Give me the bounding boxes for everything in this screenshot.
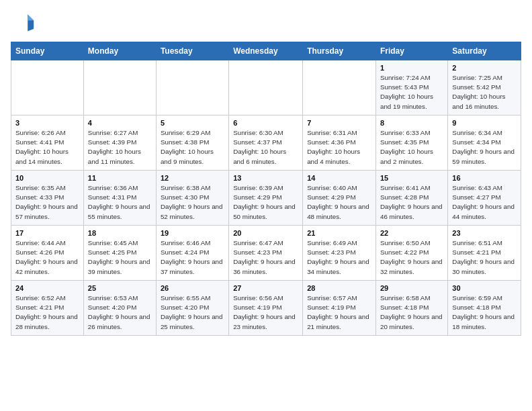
day-info: Sunrise: 6:45 AM Sunset: 4:25 PM Dayligh… bbox=[88, 238, 152, 277]
day-cell: 24Sunrise: 6:52 AM Sunset: 4:21 PM Dayli… bbox=[11, 281, 84, 336]
day-cell: 10Sunrise: 6:35 AM Sunset: 4:33 PM Dayli… bbox=[11, 171, 84, 226]
day-info: Sunrise: 6:40 AM Sunset: 4:29 PM Dayligh… bbox=[307, 183, 371, 222]
logo bbox=[11, 11, 38, 35]
day-info: Sunrise: 6:38 AM Sunset: 4:30 PM Dayligh… bbox=[161, 183, 224, 222]
day-info: Sunrise: 6:56 AM Sunset: 4:19 PM Dayligh… bbox=[233, 293, 298, 332]
day-cell bbox=[303, 60, 376, 116]
day-number: 25 bbox=[88, 284, 152, 292]
day-cell: 14Sunrise: 6:40 AM Sunset: 4:29 PM Dayli… bbox=[303, 171, 376, 226]
day-number: 9 bbox=[452, 119, 517, 127]
day-cell: 23Sunrise: 6:51 AM Sunset: 4:21 PM Dayli… bbox=[448, 226, 521, 281]
day-cell: 11Sunrise: 6:36 AM Sunset: 4:31 PM Dayli… bbox=[83, 171, 156, 226]
day-number: 10 bbox=[15, 174, 79, 182]
day-number: 3 bbox=[15, 119, 79, 127]
day-cell: 30Sunrise: 6:59 AM Sunset: 4:18 PM Dayli… bbox=[448, 281, 521, 336]
day-info: Sunrise: 6:55 AM Sunset: 4:20 PM Dayligh… bbox=[161, 293, 224, 332]
day-cell: 7Sunrise: 6:31 AM Sunset: 4:36 PM Daylig… bbox=[303, 116, 376, 171]
day-number: 21 bbox=[307, 229, 371, 237]
day-info: Sunrise: 6:47 AM Sunset: 4:23 PM Dayligh… bbox=[233, 238, 298, 277]
day-number: 12 bbox=[161, 174, 224, 182]
day-cell bbox=[11, 60, 84, 116]
week-row-1: 3Sunrise: 6:26 AM Sunset: 4:41 PM Daylig… bbox=[11, 116, 521, 171]
day-cell: 18Sunrise: 6:45 AM Sunset: 4:25 PM Dayli… bbox=[83, 226, 156, 281]
day-number: 30 bbox=[452, 284, 517, 292]
day-cell: 28Sunrise: 6:57 AM Sunset: 4:19 PM Dayli… bbox=[303, 281, 376, 336]
week-row-4: 24Sunrise: 6:52 AM Sunset: 4:21 PM Dayli… bbox=[11, 281, 521, 336]
day-cell bbox=[229, 60, 303, 116]
day-number: 11 bbox=[88, 174, 152, 182]
day-number: 5 bbox=[161, 119, 224, 127]
day-number: 27 bbox=[233, 284, 298, 292]
day-cell: 2Sunrise: 7:25 AM Sunset: 5:42 PM Daylig… bbox=[448, 60, 521, 116]
day-info: Sunrise: 6:33 AM Sunset: 4:35 PM Dayligh… bbox=[380, 128, 443, 167]
day-cell: 27Sunrise: 6:56 AM Sunset: 4:19 PM Dayli… bbox=[229, 281, 303, 336]
day-cell: 20Sunrise: 6:47 AM Sunset: 4:23 PM Dayli… bbox=[229, 226, 303, 281]
day-info: Sunrise: 6:44 AM Sunset: 4:26 PM Dayligh… bbox=[15, 238, 79, 277]
day-number: 22 bbox=[380, 229, 443, 237]
day-number: 14 bbox=[307, 174, 371, 182]
col-header-thursday: Thursday bbox=[303, 42, 376, 60]
day-number: 28 bbox=[307, 284, 371, 292]
day-info: Sunrise: 6:53 AM Sunset: 4:20 PM Dayligh… bbox=[88, 293, 152, 332]
day-cell: 15Sunrise: 6:41 AM Sunset: 4:28 PM Dayli… bbox=[375, 171, 447, 226]
day-cell: 9Sunrise: 6:34 AM Sunset: 4:34 PM Daylig… bbox=[448, 116, 521, 171]
day-number: 13 bbox=[233, 174, 298, 182]
day-cell: 5Sunrise: 6:29 AM Sunset: 4:38 PM Daylig… bbox=[156, 116, 228, 171]
day-number: 1 bbox=[380, 64, 443, 72]
day-cell bbox=[156, 60, 228, 116]
day-info: Sunrise: 6:34 AM Sunset: 4:34 PM Dayligh… bbox=[452, 128, 517, 167]
calendar-table: SundayMondayTuesdayWednesdayThursdayFrid… bbox=[11, 42, 521, 336]
day-info: Sunrise: 6:41 AM Sunset: 4:28 PM Dayligh… bbox=[380, 183, 443, 222]
day-info: Sunrise: 6:30 AM Sunset: 4:37 PM Dayligh… bbox=[233, 128, 298, 167]
day-number: 26 bbox=[161, 284, 224, 292]
day-number: 7 bbox=[307, 119, 371, 127]
col-header-tuesday: Tuesday bbox=[156, 42, 228, 60]
day-cell: 17Sunrise: 6:44 AM Sunset: 4:26 PM Dayli… bbox=[11, 226, 84, 281]
day-info: Sunrise: 6:36 AM Sunset: 4:31 PM Dayligh… bbox=[88, 183, 152, 222]
header bbox=[11, 11, 521, 35]
day-info: Sunrise: 7:25 AM Sunset: 5:42 PM Dayligh… bbox=[452, 73, 517, 111]
col-header-monday: Monday bbox=[83, 42, 156, 60]
day-number: 18 bbox=[88, 229, 152, 237]
day-number: 8 bbox=[380, 119, 443, 127]
day-info: Sunrise: 6:52 AM Sunset: 4:21 PM Dayligh… bbox=[15, 293, 79, 332]
day-info: Sunrise: 6:26 AM Sunset: 4:41 PM Dayligh… bbox=[15, 128, 79, 167]
day-cell: 21Sunrise: 6:49 AM Sunset: 4:23 PM Dayli… bbox=[303, 226, 376, 281]
day-info: Sunrise: 6:59 AM Sunset: 4:18 PM Dayligh… bbox=[452, 293, 517, 332]
day-cell: 29Sunrise: 6:58 AM Sunset: 4:18 PM Dayli… bbox=[375, 281, 447, 336]
col-header-friday: Friday bbox=[375, 42, 447, 60]
day-number: 20 bbox=[233, 229, 298, 237]
week-row-0: 1Sunrise: 7:24 AM Sunset: 5:43 PM Daylig… bbox=[11, 60, 521, 116]
day-info: Sunrise: 6:49 AM Sunset: 4:23 PM Dayligh… bbox=[307, 238, 371, 277]
day-info: Sunrise: 6:57 AM Sunset: 4:19 PM Dayligh… bbox=[307, 293, 371, 332]
day-info: Sunrise: 6:43 AM Sunset: 4:27 PM Dayligh… bbox=[452, 183, 517, 222]
day-cell: 16Sunrise: 6:43 AM Sunset: 4:27 PM Dayli… bbox=[448, 171, 521, 226]
day-info: Sunrise: 6:29 AM Sunset: 4:38 PM Dayligh… bbox=[161, 128, 224, 167]
day-info: Sunrise: 6:31 AM Sunset: 4:36 PM Dayligh… bbox=[307, 128, 371, 167]
day-number: 23 bbox=[452, 229, 517, 237]
svg-marker-1 bbox=[28, 14, 34, 20]
page: SundayMondayTuesdayWednesdayThursdayFrid… bbox=[0, 0, 532, 342]
day-number: 16 bbox=[452, 174, 517, 182]
day-info: Sunrise: 6:46 AM Sunset: 4:24 PM Dayligh… bbox=[161, 238, 224, 277]
header-row: SundayMondayTuesdayWednesdayThursdayFrid… bbox=[11, 42, 521, 60]
day-number: 29 bbox=[380, 284, 443, 292]
week-row-2: 10Sunrise: 6:35 AM Sunset: 4:33 PM Dayli… bbox=[11, 171, 521, 226]
day-info: Sunrise: 6:50 AM Sunset: 4:22 PM Dayligh… bbox=[380, 238, 443, 277]
col-header-wednesday: Wednesday bbox=[229, 42, 303, 60]
day-number: 4 bbox=[88, 119, 152, 127]
week-row-3: 17Sunrise: 6:44 AM Sunset: 4:26 PM Dayli… bbox=[11, 226, 521, 281]
day-cell: 3Sunrise: 6:26 AM Sunset: 4:41 PM Daylig… bbox=[11, 116, 84, 171]
day-cell: 8Sunrise: 6:33 AM Sunset: 4:35 PM Daylig… bbox=[375, 116, 447, 171]
day-info: Sunrise: 6:35 AM Sunset: 4:33 PM Dayligh… bbox=[15, 183, 79, 222]
col-header-sunday: Sunday bbox=[11, 42, 84, 60]
day-info: Sunrise: 6:51 AM Sunset: 4:21 PM Dayligh… bbox=[452, 238, 517, 277]
day-number: 17 bbox=[15, 229, 79, 237]
day-info: Sunrise: 7:24 AM Sunset: 5:43 PM Dayligh… bbox=[380, 73, 443, 111]
day-number: 15 bbox=[380, 174, 443, 182]
day-number: 19 bbox=[161, 229, 224, 237]
day-cell bbox=[83, 60, 156, 116]
logo-icon bbox=[11, 11, 35, 35]
day-cell: 26Sunrise: 6:55 AM Sunset: 4:20 PM Dayli… bbox=[156, 281, 228, 336]
col-header-saturday: Saturday bbox=[448, 42, 521, 60]
